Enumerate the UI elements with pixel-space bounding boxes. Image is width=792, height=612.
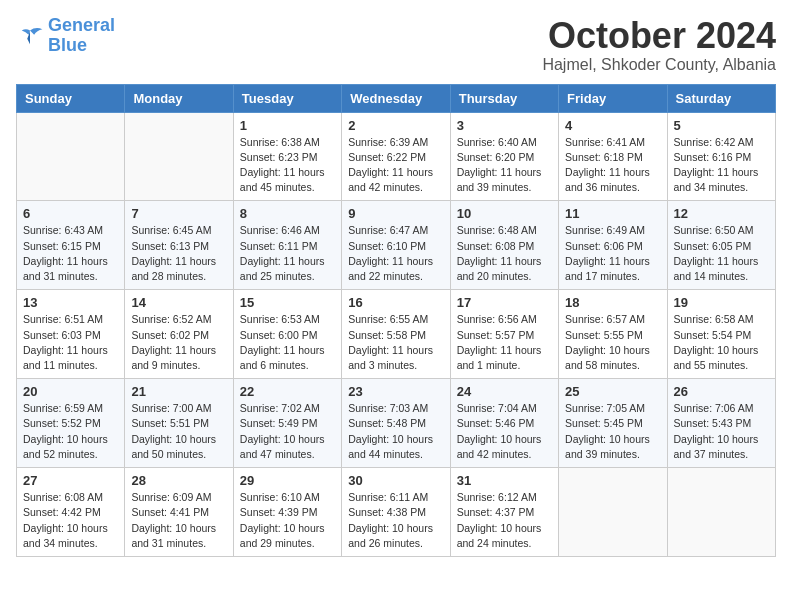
day-number: 25 bbox=[565, 384, 660, 399]
calendar-cell: 16Sunrise: 6:55 AMSunset: 5:58 PMDayligh… bbox=[342, 290, 450, 379]
day-number: 11 bbox=[565, 206, 660, 221]
day-number: 23 bbox=[348, 384, 443, 399]
day-info: Sunrise: 7:03 AMSunset: 5:48 PMDaylight:… bbox=[348, 401, 443, 462]
day-info: Sunrise: 6:53 AMSunset: 6:00 PMDaylight:… bbox=[240, 312, 335, 373]
weekday-header-thursday: Thursday bbox=[450, 84, 558, 112]
day-info: Sunrise: 6:50 AMSunset: 6:05 PMDaylight:… bbox=[674, 223, 769, 284]
calendar-cell: 5Sunrise: 6:42 AMSunset: 6:16 PMDaylight… bbox=[667, 112, 775, 201]
calendar-cell: 21Sunrise: 7:00 AMSunset: 5:51 PMDayligh… bbox=[125, 379, 233, 468]
day-info: Sunrise: 6:55 AMSunset: 5:58 PMDaylight:… bbox=[348, 312, 443, 373]
day-info: Sunrise: 7:05 AMSunset: 5:45 PMDaylight:… bbox=[565, 401, 660, 462]
weekday-header-monday: Monday bbox=[125, 84, 233, 112]
day-info: Sunrise: 6:43 AMSunset: 6:15 PMDaylight:… bbox=[23, 223, 118, 284]
calendar-table: SundayMondayTuesdayWednesdayThursdayFrid… bbox=[16, 84, 776, 557]
calendar-cell bbox=[667, 468, 775, 557]
calendar-cell: 11Sunrise: 6:49 AMSunset: 6:06 PMDayligh… bbox=[559, 201, 667, 290]
day-number: 1 bbox=[240, 118, 335, 133]
calendar-cell: 17Sunrise: 6:56 AMSunset: 5:57 PMDayligh… bbox=[450, 290, 558, 379]
day-number: 16 bbox=[348, 295, 443, 310]
day-info: Sunrise: 6:12 AMSunset: 4:37 PMDaylight:… bbox=[457, 490, 552, 551]
day-info: Sunrise: 6:59 AMSunset: 5:52 PMDaylight:… bbox=[23, 401, 118, 462]
day-number: 5 bbox=[674, 118, 769, 133]
day-info: Sunrise: 6:51 AMSunset: 6:03 PMDaylight:… bbox=[23, 312, 118, 373]
calendar-week-2: 6Sunrise: 6:43 AMSunset: 6:15 PMDaylight… bbox=[17, 201, 776, 290]
calendar-cell: 3Sunrise: 6:40 AMSunset: 6:20 PMDaylight… bbox=[450, 112, 558, 201]
day-number: 10 bbox=[457, 206, 552, 221]
day-number: 9 bbox=[348, 206, 443, 221]
day-info: Sunrise: 6:42 AMSunset: 6:16 PMDaylight:… bbox=[674, 135, 769, 196]
day-number: 6 bbox=[23, 206, 118, 221]
day-info: Sunrise: 6:46 AMSunset: 6:11 PMDaylight:… bbox=[240, 223, 335, 284]
calendar-cell: 20Sunrise: 6:59 AMSunset: 5:52 PMDayligh… bbox=[17, 379, 125, 468]
calendar-cell: 22Sunrise: 7:02 AMSunset: 5:49 PMDayligh… bbox=[233, 379, 341, 468]
day-number: 8 bbox=[240, 206, 335, 221]
day-number: 30 bbox=[348, 473, 443, 488]
day-info: Sunrise: 7:04 AMSunset: 5:46 PMDaylight:… bbox=[457, 401, 552, 462]
day-number: 14 bbox=[131, 295, 226, 310]
page-header: General Blue October 2024 Hajmel, Shkode… bbox=[16, 16, 776, 74]
calendar-cell: 8Sunrise: 6:46 AMSunset: 6:11 PMDaylight… bbox=[233, 201, 341, 290]
calendar-cell: 12Sunrise: 6:50 AMSunset: 6:05 PMDayligh… bbox=[667, 201, 775, 290]
day-info: Sunrise: 6:40 AMSunset: 6:20 PMDaylight:… bbox=[457, 135, 552, 196]
calendar-cell: 10Sunrise: 6:48 AMSunset: 6:08 PMDayligh… bbox=[450, 201, 558, 290]
calendar-cell bbox=[559, 468, 667, 557]
calendar-cell: 29Sunrise: 6:10 AMSunset: 4:39 PMDayligh… bbox=[233, 468, 341, 557]
location-title: Hajmel, Shkoder County, Albania bbox=[542, 56, 776, 74]
calendar-cell: 30Sunrise: 6:11 AMSunset: 4:38 PMDayligh… bbox=[342, 468, 450, 557]
day-number: 15 bbox=[240, 295, 335, 310]
day-info: Sunrise: 6:08 AMSunset: 4:42 PMDaylight:… bbox=[23, 490, 118, 551]
calendar-week-4: 20Sunrise: 6:59 AMSunset: 5:52 PMDayligh… bbox=[17, 379, 776, 468]
day-number: 27 bbox=[23, 473, 118, 488]
day-number: 2 bbox=[348, 118, 443, 133]
day-number: 31 bbox=[457, 473, 552, 488]
day-number: 13 bbox=[23, 295, 118, 310]
logo-bird-icon bbox=[16, 25, 44, 47]
day-info: Sunrise: 7:02 AMSunset: 5:49 PMDaylight:… bbox=[240, 401, 335, 462]
day-info: Sunrise: 6:57 AMSunset: 5:55 PMDaylight:… bbox=[565, 312, 660, 373]
calendar-cell: 1Sunrise: 6:38 AMSunset: 6:23 PMDaylight… bbox=[233, 112, 341, 201]
calendar-cell: 25Sunrise: 7:05 AMSunset: 5:45 PMDayligh… bbox=[559, 379, 667, 468]
day-info: Sunrise: 7:00 AMSunset: 5:51 PMDaylight:… bbox=[131, 401, 226, 462]
calendar-cell: 6Sunrise: 6:43 AMSunset: 6:15 PMDaylight… bbox=[17, 201, 125, 290]
weekday-header-tuesday: Tuesday bbox=[233, 84, 341, 112]
day-number: 18 bbox=[565, 295, 660, 310]
day-number: 20 bbox=[23, 384, 118, 399]
day-number: 28 bbox=[131, 473, 226, 488]
day-info: Sunrise: 6:10 AMSunset: 4:39 PMDaylight:… bbox=[240, 490, 335, 551]
day-info: Sunrise: 6:11 AMSunset: 4:38 PMDaylight:… bbox=[348, 490, 443, 551]
weekday-header-friday: Friday bbox=[559, 84, 667, 112]
calendar-week-5: 27Sunrise: 6:08 AMSunset: 4:42 PMDayligh… bbox=[17, 468, 776, 557]
calendar-cell: 4Sunrise: 6:41 AMSunset: 6:18 PMDaylight… bbox=[559, 112, 667, 201]
day-info: Sunrise: 6:49 AMSunset: 6:06 PMDaylight:… bbox=[565, 223, 660, 284]
day-info: Sunrise: 6:38 AMSunset: 6:23 PMDaylight:… bbox=[240, 135, 335, 196]
weekday-header-sunday: Sunday bbox=[17, 84, 125, 112]
day-info: Sunrise: 7:06 AMSunset: 5:43 PMDaylight:… bbox=[674, 401, 769, 462]
calendar-cell bbox=[125, 112, 233, 201]
day-number: 17 bbox=[457, 295, 552, 310]
day-info: Sunrise: 6:52 AMSunset: 6:02 PMDaylight:… bbox=[131, 312, 226, 373]
day-info: Sunrise: 6:47 AMSunset: 6:10 PMDaylight:… bbox=[348, 223, 443, 284]
calendar-week-1: 1Sunrise: 6:38 AMSunset: 6:23 PMDaylight… bbox=[17, 112, 776, 201]
day-number: 4 bbox=[565, 118, 660, 133]
calendar-cell bbox=[17, 112, 125, 201]
calendar-cell: 13Sunrise: 6:51 AMSunset: 6:03 PMDayligh… bbox=[17, 290, 125, 379]
month-title: October 2024 bbox=[542, 16, 776, 56]
day-info: Sunrise: 6:09 AMSunset: 4:41 PMDaylight:… bbox=[131, 490, 226, 551]
day-number: 26 bbox=[674, 384, 769, 399]
title-block: October 2024 Hajmel, Shkoder County, Alb… bbox=[542, 16, 776, 74]
day-info: Sunrise: 6:56 AMSunset: 5:57 PMDaylight:… bbox=[457, 312, 552, 373]
day-info: Sunrise: 6:58 AMSunset: 5:54 PMDaylight:… bbox=[674, 312, 769, 373]
day-number: 24 bbox=[457, 384, 552, 399]
day-number: 22 bbox=[240, 384, 335, 399]
day-info: Sunrise: 6:39 AMSunset: 6:22 PMDaylight:… bbox=[348, 135, 443, 196]
day-number: 7 bbox=[131, 206, 226, 221]
calendar-cell: 14Sunrise: 6:52 AMSunset: 6:02 PMDayligh… bbox=[125, 290, 233, 379]
calendar-cell: 18Sunrise: 6:57 AMSunset: 5:55 PMDayligh… bbox=[559, 290, 667, 379]
calendar-cell: 9Sunrise: 6:47 AMSunset: 6:10 PMDaylight… bbox=[342, 201, 450, 290]
day-info: Sunrise: 6:41 AMSunset: 6:18 PMDaylight:… bbox=[565, 135, 660, 196]
day-number: 3 bbox=[457, 118, 552, 133]
logo: General Blue bbox=[16, 16, 115, 56]
calendar-cell: 28Sunrise: 6:09 AMSunset: 4:41 PMDayligh… bbox=[125, 468, 233, 557]
calendar-cell: 26Sunrise: 7:06 AMSunset: 5:43 PMDayligh… bbox=[667, 379, 775, 468]
calendar-week-3: 13Sunrise: 6:51 AMSunset: 6:03 PMDayligh… bbox=[17, 290, 776, 379]
